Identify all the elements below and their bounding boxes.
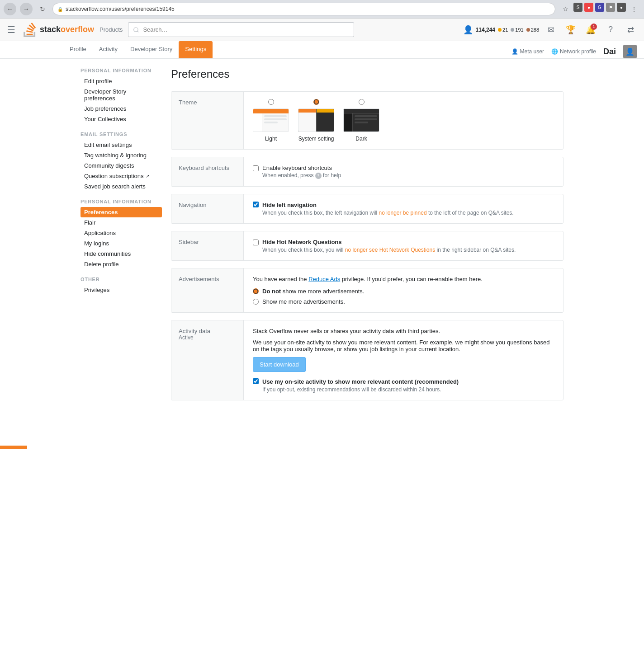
sidebar-item-edit-email[interactable]: Edit email settings (80, 140, 162, 150)
inbox-button[interactable]: ✉ (543, 22, 559, 38)
meta-user-link[interactable]: 👤 Meta user (511, 48, 544, 55)
forward-button[interactable]: → (20, 3, 33, 15)
keyboard-shortcuts-label: Keyboard shortcuts (171, 157, 244, 186)
browser-actions: ☆ S ● G ⚑ ● ⋮ (559, 3, 640, 15)
sidebar-pref-label: Sidebar (171, 231, 244, 260)
profile-tabs: Profile Activity Developer Story Setting… (0, 41, 644, 59)
activity-checkbox-main-label: Use my on-site activity to show more rel… (262, 378, 459, 385)
start-download-button[interactable]: Start download (253, 357, 306, 372)
activity-data-section-label: Activity data (179, 328, 236, 334)
silver-badge: 191 (511, 27, 523, 33)
ads-radio-show[interactable] (253, 299, 259, 305)
navigation-main-label: Hide left navigation (262, 202, 514, 208)
sidebar-section-personal-info2: PERSONAL INFORMATION (80, 199, 162, 204)
sidebar-item-applications[interactable]: Applications (80, 228, 162, 238)
tab-activity[interactable]: Activity (93, 41, 124, 58)
sidebar-pref-checkbox[interactable] (253, 240, 259, 245)
help-button[interactable]: ? (602, 22, 619, 38)
sidebar-item-your-collectives[interactable]: Your Collectives (80, 114, 162, 124)
tp-header-light (253, 109, 289, 113)
ads-text: You have earned the Reduce Ads privilege… (253, 276, 554, 282)
keyboard-shortcuts-row: Enable keyboard shortcuts When enabled, … (253, 164, 554, 179)
switch-sites-button[interactable]: ⇄ (622, 22, 639, 38)
keyboard-shortcuts-sub-label: When enabled, press ? for help (262, 172, 341, 179)
ads-radio-do-not[interactable] (253, 288, 259, 294)
so-logo-text: stackoverflow (40, 25, 94, 34)
sidebar-item-preferences[interactable]: Preferences (80, 207, 162, 217)
so-logo[interactable]: stackoverflow (23, 23, 94, 37)
tp-line-d3 (355, 122, 368, 123)
sidebar-item-delete-profile[interactable]: Delete profile (80, 259, 162, 269)
menu-icon[interactable]: ☰ (5, 23, 17, 37)
sidebar-pref-text: Hide Hot Network Questions When you chec… (262, 239, 516, 253)
tp-line3 (264, 122, 278, 123)
sidebar-item-privileges[interactable]: Privileges (80, 285, 162, 295)
user-icon: 👤 (463, 25, 473, 35)
sidebar: PERSONAL INFORMATION Edit profile Develo… (80, 68, 162, 418)
activity-data-section: Activity data Active Stack Overflow neve… (171, 320, 564, 400)
sidebar-item-tag-watching[interactable]: Tag watching & ignoring (80, 150, 162, 160)
bronze-count: 288 (531, 27, 539, 33)
ext-icon-2[interactable]: ● (584, 3, 593, 12)
tab-profile[interactable]: Profile (63, 41, 93, 58)
products-link[interactable]: Products (99, 26, 123, 33)
ext-icon-5[interactable]: ● (617, 3, 626, 12)
sidebar-pref-row: Hide Hot Network Questions When you chec… (253, 239, 554, 253)
tab-developer-story[interactable]: Developer Story (124, 41, 179, 58)
gold-count: 21 (502, 27, 508, 33)
lock-icon: 🔒 (57, 7, 63, 12)
theme-label-dark: Dark (355, 136, 367, 142)
theme-radio-dark[interactable] (359, 99, 365, 105)
sidebar-item-flair[interactable]: Flair (80, 217, 162, 228)
back-button[interactable]: ← (4, 3, 16, 15)
theme-radio-system[interactable] (313, 99, 319, 105)
sidebar-item-job-preferences[interactable]: Job preferences (80, 103, 162, 114)
ext-icon-4[interactable]: ⚑ (606, 3, 615, 12)
navigation-checkbox[interactable] (253, 202, 259, 207)
star-button[interactable]: ☆ (559, 3, 572, 15)
sidebar-item-question-subscriptions[interactable]: Question subscriptions ↗ (80, 171, 162, 181)
page-title: Preferences (171, 68, 564, 80)
keyboard-shortcuts-checkbox[interactable] (253, 165, 259, 171)
url-bar[interactable]: 🔒 stackoverflow.com/users/preferences/15… (52, 3, 555, 15)
activity-text-2: We use your on-site activity to show you… (253, 339, 554, 352)
refresh-button[interactable]: ↻ (36, 3, 49, 15)
extensions-button[interactable]: ⋮ (628, 3, 640, 15)
avatar[interactable]: 👤 (623, 45, 637, 58)
theme-label-system: System setting (298, 136, 334, 142)
activity-checkbox-row: Use my on-site activity to show more rel… (253, 378, 554, 393)
tp-sidebar-light (253, 113, 262, 132)
achievements-button[interactable]: 🏆 (563, 22, 579, 38)
reduce-ads-link[interactable]: Reduce Ads (308, 276, 340, 282)
navigation-label: Navigation (171, 194, 244, 223)
sidebar-item-edit-profile[interactable]: Edit profile (80, 76, 162, 86)
ext-icon-3[interactable]: G (595, 3, 604, 12)
sidebar-pref-body: Hide Hot Network Questions When you chec… (244, 231, 563, 260)
network-profile-link[interactable]: 🌐 Network profile (551, 48, 596, 55)
keyboard-shortcuts-body: Enable keyboard shortcuts When enabled, … (244, 157, 563, 186)
main-layout: PERSONAL INFORMATION Edit profile Develo… (73, 59, 571, 428)
user-info[interactable]: 👤 114,244 21 191 288 (463, 25, 539, 35)
theme-option-dark[interactable]: Dark (343, 99, 379, 142)
search-container (128, 22, 354, 37)
ext-icon-1[interactable]: S (573, 3, 582, 12)
tp-sidebar-dark (344, 113, 353, 132)
sidebar-item-saved-job-search[interactable]: Saved job search alerts (80, 181, 162, 192)
tab-settings[interactable]: Settings (179, 41, 213, 58)
ads-show-label: Show me more advertisements. (262, 298, 345, 305)
keyboard-shortcuts-section: Keyboard shortcuts Enable keyboard short… (171, 157, 564, 187)
sidebar-item-hide-communities[interactable]: Hide communities (80, 249, 162, 259)
theme-option-system[interactable]: System setting (298, 99, 334, 142)
sidebar-item-community-digests[interactable]: Community digests (80, 160, 162, 171)
tp-line2 (264, 118, 287, 120)
browser-chrome: ← → ↻ 🔒 stackoverflow.com/users/preferen… (0, 0, 644, 19)
notifications-button[interactable]: 🔔 1 (582, 22, 599, 38)
activity-checkbox[interactable] (253, 378, 259, 384)
theme-radio-light[interactable] (268, 99, 274, 105)
search-input[interactable] (128, 22, 354, 37)
network-icon: 🌐 (551, 48, 558, 55)
sidebar-item-developer-story-prefs[interactable]: Developer Story preferences (80, 86, 162, 103)
sidebar-item-my-logins[interactable]: My logins (80, 238, 162, 249)
theme-option-light[interactable]: Light (253, 99, 289, 142)
tp-main-dark (353, 113, 379, 132)
